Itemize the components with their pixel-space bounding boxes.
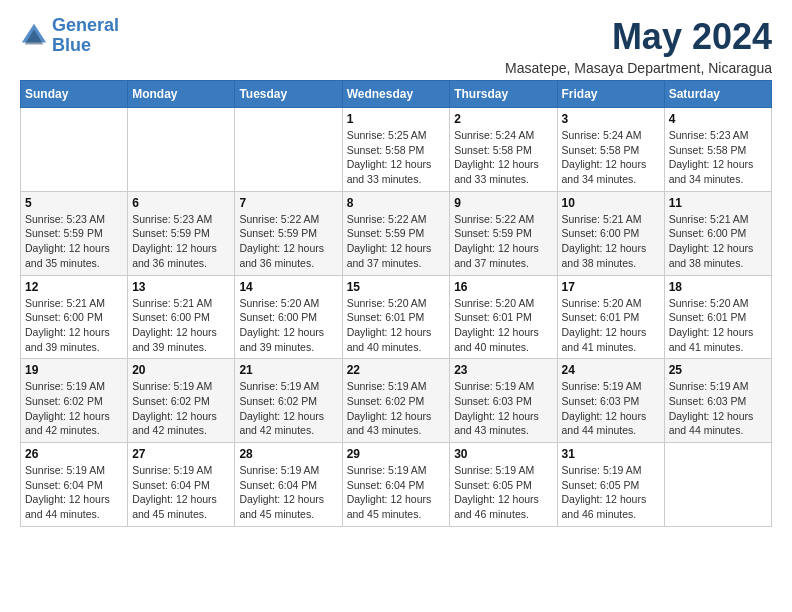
calendar-cell: 8Sunrise: 5:22 AMSunset: 5:59 PMDaylight… <box>342 191 450 275</box>
calendar-cell <box>235 108 342 192</box>
calendar-cell: 5Sunrise: 5:23 AMSunset: 5:59 PMDaylight… <box>21 191 128 275</box>
day-info: Sunrise: 5:22 AMSunset: 5:59 PMDaylight:… <box>454 212 552 271</box>
day-info: Sunrise: 5:19 AMSunset: 6:02 PMDaylight:… <box>239 379 337 438</box>
day-info: Sunrise: 5:23 AMSunset: 5:59 PMDaylight:… <box>132 212 230 271</box>
weekday-row: SundayMondayTuesdayWednesdayThursdayFrid… <box>21 81 772 108</box>
day-info: Sunrise: 5:23 AMSunset: 5:58 PMDaylight:… <box>669 128 767 187</box>
calendar-cell: 19Sunrise: 5:19 AMSunset: 6:02 PMDayligh… <box>21 359 128 443</box>
calendar-cell: 22Sunrise: 5:19 AMSunset: 6:02 PMDayligh… <box>342 359 450 443</box>
day-number: 3 <box>562 112 660 126</box>
day-number: 15 <box>347 280 446 294</box>
day-number: 4 <box>669 112 767 126</box>
day-number: 2 <box>454 112 552 126</box>
day-info: Sunrise: 5:22 AMSunset: 5:59 PMDaylight:… <box>239 212 337 271</box>
calendar-cell: 27Sunrise: 5:19 AMSunset: 6:04 PMDayligh… <box>128 443 235 527</box>
day-number: 31 <box>562 447 660 461</box>
calendar-cell: 7Sunrise: 5:22 AMSunset: 5:59 PMDaylight… <box>235 191 342 275</box>
calendar-cell <box>128 108 235 192</box>
calendar-cell: 17Sunrise: 5:20 AMSunset: 6:01 PMDayligh… <box>557 275 664 359</box>
weekday-header-thursday: Thursday <box>450 81 557 108</box>
calendar-week-4: 19Sunrise: 5:19 AMSunset: 6:02 PMDayligh… <box>21 359 772 443</box>
day-number: 9 <box>454 196 552 210</box>
day-info: Sunrise: 5:19 AMSunset: 6:03 PMDaylight:… <box>669 379 767 438</box>
calendar-week-3: 12Sunrise: 5:21 AMSunset: 6:00 PMDayligh… <box>21 275 772 359</box>
day-number: 1 <box>347 112 446 126</box>
day-info: Sunrise: 5:19 AMSunset: 6:04 PMDaylight:… <box>347 463 446 522</box>
day-number: 21 <box>239 363 337 377</box>
calendar-cell: 26Sunrise: 5:19 AMSunset: 6:04 PMDayligh… <box>21 443 128 527</box>
weekday-header-wednesday: Wednesday <box>342 81 450 108</box>
day-number: 28 <box>239 447 337 461</box>
calendar-cell: 15Sunrise: 5:20 AMSunset: 6:01 PMDayligh… <box>342 275 450 359</box>
logo-general: General <box>52 15 119 35</box>
calendar-cell: 12Sunrise: 5:21 AMSunset: 6:00 PMDayligh… <box>21 275 128 359</box>
calendar-cell: 4Sunrise: 5:23 AMSunset: 5:58 PMDaylight… <box>664 108 771 192</box>
calendar-week-1: 1Sunrise: 5:25 AMSunset: 5:58 PMDaylight… <box>21 108 772 192</box>
day-number: 26 <box>25 447 123 461</box>
day-number: 22 <box>347 363 446 377</box>
day-number: 24 <box>562 363 660 377</box>
calendar-cell: 1Sunrise: 5:25 AMSunset: 5:58 PMDaylight… <box>342 108 450 192</box>
page-header: General Blue May 2024 Masatepe, Masaya D… <box>20 16 772 76</box>
day-number: 13 <box>132 280 230 294</box>
day-number: 29 <box>347 447 446 461</box>
weekday-header-friday: Friday <box>557 81 664 108</box>
day-number: 25 <box>669 363 767 377</box>
day-info: Sunrise: 5:22 AMSunset: 5:59 PMDaylight:… <box>347 212 446 271</box>
day-number: 14 <box>239 280 337 294</box>
subtitle: Masatepe, Masaya Department, Nicaragua <box>505 60 772 76</box>
day-number: 16 <box>454 280 552 294</box>
day-info: Sunrise: 5:24 AMSunset: 5:58 PMDaylight:… <box>562 128 660 187</box>
day-info: Sunrise: 5:20 AMSunset: 6:01 PMDaylight:… <box>454 296 552 355</box>
calendar-cell: 14Sunrise: 5:20 AMSunset: 6:00 PMDayligh… <box>235 275 342 359</box>
calendar-cell <box>21 108 128 192</box>
calendar-cell: 20Sunrise: 5:19 AMSunset: 6:02 PMDayligh… <box>128 359 235 443</box>
calendar-cell: 16Sunrise: 5:20 AMSunset: 6:01 PMDayligh… <box>450 275 557 359</box>
main-title: May 2024 <box>505 16 772 58</box>
logo-blue: Blue <box>52 35 91 55</box>
day-number: 17 <box>562 280 660 294</box>
day-info: Sunrise: 5:19 AMSunset: 6:03 PMDaylight:… <box>454 379 552 438</box>
day-number: 8 <box>347 196 446 210</box>
day-number: 6 <box>132 196 230 210</box>
day-info: Sunrise: 5:20 AMSunset: 6:01 PMDaylight:… <box>669 296 767 355</box>
day-number: 7 <box>239 196 337 210</box>
day-info: Sunrise: 5:19 AMSunset: 6:03 PMDaylight:… <box>562 379 660 438</box>
weekday-header-sunday: Sunday <box>21 81 128 108</box>
logo: General Blue <box>20 16 119 56</box>
calendar-cell: 6Sunrise: 5:23 AMSunset: 5:59 PMDaylight… <box>128 191 235 275</box>
calendar-cell: 2Sunrise: 5:24 AMSunset: 5:58 PMDaylight… <box>450 108 557 192</box>
day-info: Sunrise: 5:19 AMSunset: 6:04 PMDaylight:… <box>132 463 230 522</box>
day-info: Sunrise: 5:19 AMSunset: 6:02 PMDaylight:… <box>132 379 230 438</box>
day-info: Sunrise: 5:19 AMSunset: 6:05 PMDaylight:… <box>454 463 552 522</box>
logo-icon <box>20 22 48 50</box>
day-number: 27 <box>132 447 230 461</box>
calendar-cell: 3Sunrise: 5:24 AMSunset: 5:58 PMDaylight… <box>557 108 664 192</box>
day-info: Sunrise: 5:21 AMSunset: 6:00 PMDaylight:… <box>132 296 230 355</box>
weekday-header-monday: Monday <box>128 81 235 108</box>
weekday-header-tuesday: Tuesday <box>235 81 342 108</box>
day-info: Sunrise: 5:20 AMSunset: 6:00 PMDaylight:… <box>239 296 337 355</box>
calendar-week-2: 5Sunrise: 5:23 AMSunset: 5:59 PMDaylight… <box>21 191 772 275</box>
calendar-cell <box>664 443 771 527</box>
day-number: 11 <box>669 196 767 210</box>
calendar-cell: 9Sunrise: 5:22 AMSunset: 5:59 PMDaylight… <box>450 191 557 275</box>
calendar-cell: 30Sunrise: 5:19 AMSunset: 6:05 PMDayligh… <box>450 443 557 527</box>
day-number: 30 <box>454 447 552 461</box>
calendar-body: 1Sunrise: 5:25 AMSunset: 5:58 PMDaylight… <box>21 108 772 527</box>
day-number: 18 <box>669 280 767 294</box>
calendar-header: SundayMondayTuesdayWednesdayThursdayFrid… <box>21 81 772 108</box>
calendar-cell: 28Sunrise: 5:19 AMSunset: 6:04 PMDayligh… <box>235 443 342 527</box>
day-info: Sunrise: 5:19 AMSunset: 6:04 PMDaylight:… <box>239 463 337 522</box>
calendar-cell: 29Sunrise: 5:19 AMSunset: 6:04 PMDayligh… <box>342 443 450 527</box>
day-info: Sunrise: 5:20 AMSunset: 6:01 PMDaylight:… <box>347 296 446 355</box>
calendar-cell: 21Sunrise: 5:19 AMSunset: 6:02 PMDayligh… <box>235 359 342 443</box>
day-info: Sunrise: 5:19 AMSunset: 6:04 PMDaylight:… <box>25 463 123 522</box>
calendar-cell: 18Sunrise: 5:20 AMSunset: 6:01 PMDayligh… <box>664 275 771 359</box>
day-number: 10 <box>562 196 660 210</box>
day-info: Sunrise: 5:20 AMSunset: 6:01 PMDaylight:… <box>562 296 660 355</box>
day-info: Sunrise: 5:19 AMSunset: 6:05 PMDaylight:… <box>562 463 660 522</box>
calendar-cell: 24Sunrise: 5:19 AMSunset: 6:03 PMDayligh… <box>557 359 664 443</box>
day-info: Sunrise: 5:19 AMSunset: 6:02 PMDaylight:… <box>25 379 123 438</box>
day-number: 19 <box>25 363 123 377</box>
